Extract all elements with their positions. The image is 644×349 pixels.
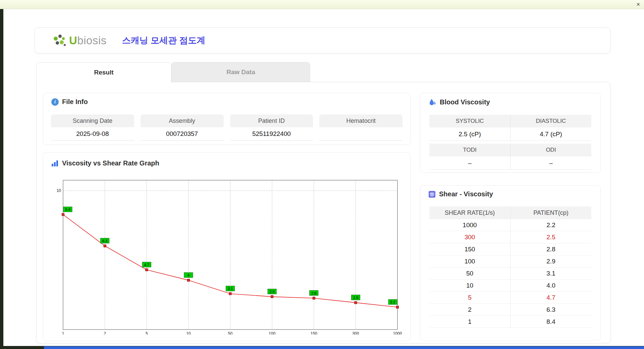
shear-rate-value: 150 [429, 243, 511, 255]
graph-card: Viscosity vs Shear Rate Graph 1012510501… [43, 152, 411, 341]
info-icon: i [51, 98, 59, 106]
x-tick-label: 5 [146, 331, 148, 335]
page-title: 스캐닝 모세관 점도계 [122, 35, 205, 46]
patient-viscosity-value: 3.1 [511, 267, 591, 279]
logo-letter-u: U [69, 34, 77, 47]
patient-column-header: PATIENT(cp) [511, 206, 591, 219]
shear-viscosity-row: 3002.5 [429, 231, 591, 243]
y-tick-label: 10 [57, 188, 61, 193]
x-tick-label: 1000 [393, 331, 402, 335]
blood-viscosity-title: Blood Viscosity [440, 98, 490, 106]
odi-header: ODI [511, 144, 591, 156]
data-point-marker [396, 306, 399, 308]
shear-viscosity-title: Shear - Viscosity [439, 190, 493, 198]
shear-rate-value: 300 [429, 231, 511, 243]
data-point-marker [355, 301, 357, 304]
bv-value-row: 2.5 (cP) 4.7 (cP) [429, 128, 591, 141]
systolic-value: 2.5 (cP) [429, 128, 511, 141]
bv-divider-gap [429, 141, 591, 144]
data-point-label: 2.5 [351, 295, 360, 300]
shear-rate-value: 1000 [429, 219, 511, 231]
file-info-header: i File Info [51, 98, 88, 106]
patient-viscosity-value: 2.8 [511, 243, 591, 255]
shear-viscosity-row: 503.1 [429, 267, 591, 280]
file-info-card: i File Info Scanning Date 2025-09-08 Ass… [43, 93, 411, 145]
viscosity-shear-chart: 10125105010015030010008.46.34.743.12.92.… [51, 177, 407, 335]
patient-viscosity-value: 4.7 [511, 292, 591, 303]
field-value: 2025-09-08 [51, 127, 134, 141]
shear-rate-column-header: SHEAR RATE(1/s) [429, 206, 511, 219]
field-label: Patient ID [230, 114, 313, 127]
shear-viscosity-row: 26.3 [429, 304, 591, 316]
data-point-marker [62, 213, 64, 216]
data-point-marker [313, 297, 315, 299]
file-info-fields: Scanning Date 2025-09-08 Assembly 000720… [51, 114, 402, 141]
field-hematocrit: Hematocrit [319, 114, 402, 141]
x-tick-label: 50 [228, 331, 233, 335]
svg-text:6.3: 6.3 [102, 239, 107, 243]
field-value: 000720357 [141, 127, 224, 141]
data-point-label: 6.3 [101, 238, 109, 243]
water-drops-icon [428, 98, 436, 106]
data-point-label: 8.4 [63, 207, 72, 212]
x-tick-label: 300 [352, 331, 359, 335]
ubiosis-logo: Ubiosis [52, 34, 107, 47]
sv-rows: 10002.23002.51502.81002.9503.1104.054.72… [429, 219, 591, 328]
shear-viscosity-card: Shear - Viscosity SHEAR RATE(1/s) PATIEN… [420, 185, 601, 341]
svg-text:2.2: 2.2 [390, 300, 395, 304]
patient-viscosity-value: 2.2 [511, 219, 591, 231]
tab-raw-data[interactable]: Raw Data [171, 62, 310, 82]
patient-viscosity-value: 2.5 [511, 231, 591, 243]
main-panel: i File Info Scanning Date 2025-09-08 Ass… [36, 82, 610, 343]
patient-viscosity-value: 2.9 [511, 255, 591, 267]
field-label: Scanning Date [51, 114, 134, 127]
field-value [319, 127, 402, 141]
shear-rate-value: 100 [429, 255, 511, 267]
diastolic-header: DIASTOLIC [511, 115, 591, 128]
data-point-marker [146, 269, 148, 271]
x-tick-label: 10 [186, 331, 191, 335]
logo-letters-biosis: biosis [77, 34, 106, 47]
graph-title: Viscosity vs Shear Rate Graph [62, 159, 159, 167]
shear-rate-value: 1 [429, 316, 511, 328]
todi-header: TODI [429, 144, 511, 156]
data-point-label: 3.1 [226, 286, 235, 291]
tab-result[interactable]: Result [36, 62, 171, 82]
patient-viscosity-value: 8.4 [511, 316, 591, 328]
logo-dots-icon [52, 34, 66, 47]
svg-text:2.9: 2.9 [269, 290, 274, 294]
shear-viscosity-header: Shear - Viscosity [428, 190, 493, 198]
bar-chart-icon [51, 160, 59, 167]
svg-text:4: 4 [187, 273, 190, 277]
shear-viscosity-table: SHEAR RATE(1/s) PATIENT(cp) 10002.23002.… [429, 206, 591, 328]
data-point-label: 2.9 [268, 289, 276, 294]
data-point-label: 2.8 [310, 291, 318, 296]
blood-viscosity-table: SYSTOLIC DIASTOLIC 2.5 (cP) 4.7 (cP) TOD… [429, 115, 591, 170]
svg-text:2.8: 2.8 [311, 291, 316, 295]
svg-text:3.1: 3.1 [228, 287, 233, 291]
bv-header-row: TODI ODI [429, 144, 591, 156]
file-info-title: File Info [62, 98, 88, 106]
data-point-label: 4 [184, 272, 193, 278]
bv-value-row: – – [429, 156, 591, 170]
window-titlebar: × [0, 0, 644, 9]
shear-rate-value: 50 [429, 267, 511, 279]
systolic-header: SYSTOLIC [429, 115, 511, 128]
x-tick-label: 1 [62, 331, 64, 335]
field-patient-id: Patient ID 52511922400 [230, 114, 313, 141]
shear-viscosity-row: 10002.2 [429, 219, 591, 231]
field-value: 52511922400 [230, 127, 313, 141]
shear-viscosity-row: 104.0 [429, 280, 591, 292]
sv-header-row: SHEAR RATE(1/s) PATIENT(cp) [429, 206, 591, 219]
patient-viscosity-value: 4.0 [511, 280, 591, 291]
patient-viscosity-value: 6.3 [511, 304, 591, 315]
field-label: Hematocrit [319, 114, 402, 127]
data-point-label: 2.2 [388, 299, 397, 304]
shear-viscosity-row: 18.4 [429, 316, 591, 328]
close-icon[interactable]: × [636, 1, 640, 8]
svg-text:8.4: 8.4 [65, 207, 70, 211]
data-point-marker [229, 293, 231, 295]
shear-viscosity-row: 1002.9 [429, 255, 591, 267]
blood-viscosity-header: Blood Viscosity [428, 98, 490, 106]
grid-table-icon [428, 191, 436, 198]
